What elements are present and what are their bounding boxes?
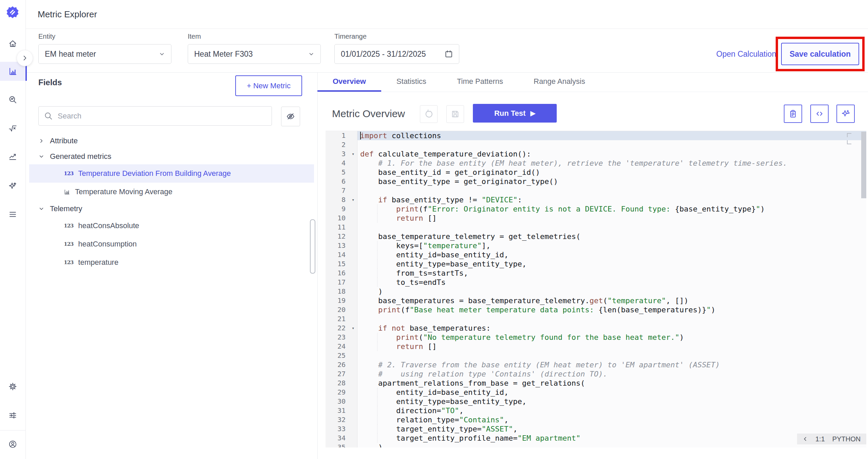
fullscreen-toggle-icon[interactable] <box>847 133 851 144</box>
tab-overview[interactable]: Overview <box>317 73 381 92</box>
code-line-content[interactable] <box>357 351 866 360</box>
code-line-content[interactable]: entity_type=base_entity_type, <box>357 397 866 406</box>
fields-scrollbar[interactable] <box>310 219 315 274</box>
sidebar-item-user[interactable] <box>0 435 25 454</box>
tab-time-patterns[interactable]: Time Patterns <box>442 73 518 92</box>
tree-item-heatconsumption[interactable]: 123heatConsumption <box>29 235 314 253</box>
code-line-content[interactable]: if base_entity_type != "DEVICE": <box>357 195 866 204</box>
indent-guide <box>377 241 377 250</box>
code-line-content[interactable]: print(f"Error: Originator entity is not … <box>357 204 866 214</box>
toggle-hidden-fields-button[interactable] <box>281 107 300 126</box>
code-line-content[interactable]: ) <box>357 443 866 447</box>
sliders-icon <box>8 411 17 420</box>
sidebar <box>0 0 26 459</box>
sidebar-item-sparkles[interactable] <box>0 177 25 196</box>
code-line: 34 target_entity_profile_name="EM apartm… <box>326 434 866 443</box>
code-line-content[interactable]: ) <box>357 287 866 296</box>
chevron-left-icon[interactable] <box>802 436 808 442</box>
code-line-content[interactable]: keys=["temperature"], <box>357 241 866 250</box>
code-line-content[interactable]: entity_type=base_entity_type, <box>357 259 866 269</box>
tree-item-temperature-deviation-from-building-average[interactable]: 123Temperature Deviation From Building A… <box>29 164 314 183</box>
sidebar-item-list[interactable] <box>0 205 25 224</box>
tab-statistics[interactable]: Statistics <box>381 73 442 92</box>
code-token: base_entity_type != <box>387 196 481 204</box>
open-calculation-link[interactable]: Open Calculation <box>716 50 776 59</box>
tab-range-analysis[interactable]: Range Analysis <box>518 73 601 92</box>
code-line-content[interactable]: def calculate_temperature_deviation(): <box>357 149 866 159</box>
code-line-content[interactable]: # 2. Traverse from the base entity (EM h… <box>357 360 866 369</box>
entity-select[interactable]: EM heat meter <box>38 44 171 64</box>
code-line-content[interactable]: relation_type="Contains", <box>357 415 866 424</box>
save-draft-button[interactable] <box>446 105 464 123</box>
fold-arrow-icon[interactable]: ▾ <box>352 195 354 204</box>
run-test-button[interactable]: Run Test ▶ <box>473 104 557 123</box>
code-editor[interactable]: 1import collections23▾def calculate_temp… <box>326 131 866 447</box>
code-line-content[interactable]: base_temperature_telemetry = get_telemet… <box>357 232 866 241</box>
code-line: 5 base_entity_id = get_originator_id() <box>326 168 866 177</box>
tree-group-generated-metrics[interactable]: Generated metrics <box>29 149 314 164</box>
tree-group-label: Telemetry <box>50 204 82 213</box>
sidebar-item-search-analytics[interactable] <box>0 90 25 109</box>
code-line-content[interactable]: base_entity_id = get_originator_id() <box>357 168 866 177</box>
sidebar-item-sqrt[interactable] <box>0 119 25 138</box>
code-line-content[interactable]: entity_id=base_entity_id, <box>357 250 866 259</box>
code-line-content[interactable] <box>357 186 866 195</box>
search-input[interactable] <box>38 106 272 126</box>
code-line-content[interactable]: if not base_temperatures: <box>357 324 866 333</box>
code-line-content[interactable]: print("No temperature telemetry found fo… <box>357 333 866 342</box>
copy-to-clipboard-button[interactable] <box>784 105 802 123</box>
text-cursor <box>360 132 361 140</box>
code-token: ) <box>360 287 383 296</box>
fold-arrow-icon[interactable]: ▾ <box>352 324 354 333</box>
code-line-content[interactable]: base_temperatures = base_temperature_tel… <box>357 296 866 305</box>
home-icon <box>8 39 17 48</box>
code-line-content[interactable]: entity_id=base_entity_id, <box>357 388 866 397</box>
item-select[interactable]: Heat Meter F303 <box>188 44 321 64</box>
chevron-down-icon[interactable] <box>38 206 46 212</box>
line-number: 34 <box>326 434 357 443</box>
numeric-field-icon: 123 <box>64 259 73 265</box>
editor-scrollbar[interactable] <box>861 132 866 198</box>
code-line-content[interactable]: base_entity_type = get_originator_type() <box>357 177 866 186</box>
code-line-content[interactable]: from_ts=startTs, <box>357 269 866 278</box>
calendar-icon[interactable] <box>444 49 454 59</box>
tree-item-temperature[interactable]: 123temperature <box>29 253 314 272</box>
sidebar-item-gear[interactable] <box>0 377 25 396</box>
code-line-content[interactable]: return [] <box>357 214 866 223</box>
sidebar-item-sliders[interactable] <box>0 406 25 425</box>
sidebar-item-trend[interactable] <box>0 147 25 166</box>
code-line: 8▾ if base_entity_type != "DEVICE": <box>326 195 866 204</box>
code-line-content[interactable]: print(f"Base heat meter temperature data… <box>357 305 866 314</box>
code-line-content[interactable]: # using relation type 'Contains' (direct… <box>357 369 866 379</box>
code-line-content[interactable]: return [] <box>357 342 866 351</box>
code-line: 19 base_temperatures = base_temperature_… <box>326 296 866 305</box>
timerange-filter: Timerange 01/01/2025 - 31/12/2025 <box>334 33 459 64</box>
code-line-content[interactable]: apartment_relations_from_base = get_rela… <box>357 379 866 388</box>
code-token: ) <box>760 205 765 213</box>
code-line-content[interactable]: import collections <box>357 131 866 140</box>
code-line-content[interactable] <box>357 140 866 149</box>
chevron-down-icon[interactable] <box>38 153 46 160</box>
undo-button[interactable] <box>420 105 438 123</box>
chevron-right-icon[interactable] <box>38 138 46 144</box>
code-line-content[interactable]: # 1. For the base entity (EM heat meter)… <box>357 159 866 168</box>
ai-assist-button[interactable] <box>836 105 855 123</box>
tree-group-telemetry[interactable]: Telemetry <box>29 201 314 217</box>
code-token: , <box>459 406 463 415</box>
code-line-content[interactable]: to_ts=endTs <box>357 278 866 287</box>
timerange-input[interactable]: 01/01/2025 - 31/12/2025 <box>334 44 459 64</box>
code-line-content[interactable]: direction="TO", <box>357 406 866 415</box>
new-metric-button[interactable]: + New Metric <box>235 75 302 96</box>
code-line-content[interactable]: target_entity_profile_name="EM apartment… <box>357 434 866 443</box>
tree-item-temperature-moving-average[interactable]: Temperature Moving Average <box>29 183 314 201</box>
code-line-content[interactable]: target_entity_type="ASSET", <box>357 424 866 434</box>
code-line-content[interactable] <box>357 314 866 324</box>
code-view-button[interactable] <box>810 105 829 123</box>
save-calculation-button[interactable]: Save calculation <box>781 43 859 65</box>
language-indicator[interactable]: PYTHON <box>832 435 861 443</box>
tree-item-heatconsabsolute[interactable]: 123heatConsAbsolute <box>29 217 314 235</box>
fold-arrow-icon[interactable]: ▾ <box>352 149 354 159</box>
code-line-content[interactable] <box>357 223 866 232</box>
tree-group-attribute[interactable]: Attribute <box>29 133 314 149</box>
sidebar-expand-button[interactable] <box>17 50 33 66</box>
